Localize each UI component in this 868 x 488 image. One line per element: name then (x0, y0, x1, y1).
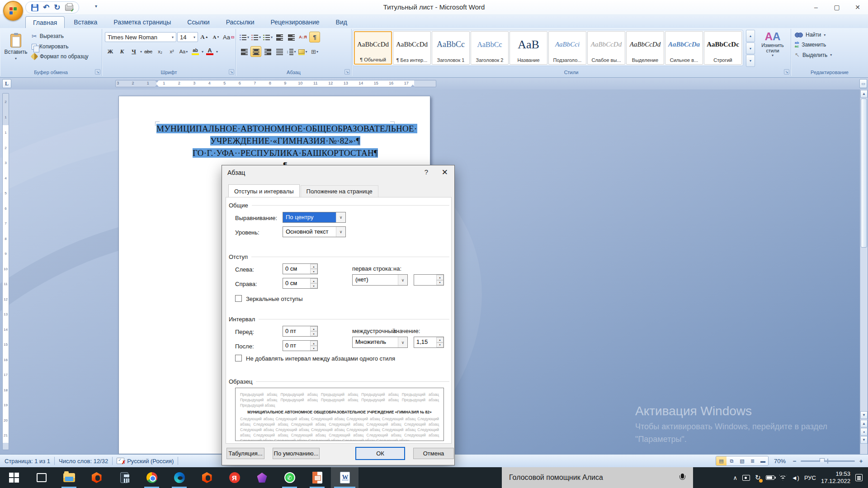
cast-icon[interactable] (742, 475, 750, 481)
increase-indent-button[interactable] (286, 32, 297, 42)
horizontal-ruler[interactable]: 321 1234567891011121314151617 (115, 80, 436, 87)
style-strong[interactable]: AaBbCcDc Строгий (704, 31, 742, 65)
document-text[interactable]: МУНИЦИПАЛЬНОЕ·АВТОНОМНОЕ·ОБЩЕОБРАЗОВАТЕЛ… (156, 122, 414, 171)
select-button[interactable]: ↖Выделить▾ (795, 52, 832, 58)
keyboard-language[interactable]: РУС (804, 474, 816, 481)
spacing-before-spinner[interactable]: 0 пт ▲▼ (283, 326, 318, 337)
spin-down-icon[interactable]: ▼ (436, 280, 443, 286)
ribbon-tab[interactable]: Вставка (66, 16, 104, 28)
print-layout-view-button[interactable]: ▤ (716, 456, 726, 465)
ribbon-tab[interactable]: Рецензирование (264, 16, 327, 28)
selected-text-line1[interactable]: МУНИЦИПАЛЬНОЕ·АВТОНОМНОЕ·ОБЩЕОБРАЗОВАТЕЛ… (156, 124, 417, 133)
spin-up-icon[interactable]: ▲ (436, 275, 443, 280)
style-title[interactable]: AaB Название (509, 31, 547, 65)
at-spinner[interactable]: 1,15 ▲▼ (414, 337, 444, 348)
default-button[interactable]: По умолчанию... (273, 448, 320, 459)
wifi-icon[interactable] (779, 475, 787, 480)
ruler-toggle-button[interactable]: ▭ (859, 79, 867, 88)
powerpoint-icon[interactable] (303, 467, 331, 488)
dialog-tab[interactable]: Отступы и интервалы (228, 184, 300, 197)
hanging-indent-marker[interactable] (155, 84, 159, 87)
font-name-combo[interactable]: Times New Roman▾ (105, 32, 176, 42)
outline-level-combo[interactable]: Основной текст∨ (283, 226, 346, 237)
edge-icon[interactable] (165, 467, 193, 488)
underline-dropdown-icon[interactable]: ▾ (140, 50, 142, 54)
spin-down-icon[interactable]: ▼ (310, 269, 317, 274)
line-spacing-button[interactable]: ↕▾ (286, 46, 297, 57)
style-normal[interactable]: AaBbCcDd ¶ Обычный (354, 31, 392, 65)
ribbon-tab[interactable]: Разметка страницы (106, 16, 178, 28)
line-spacing-combo-arrow-icon[interactable]: ∨ (398, 337, 407, 347)
alignment-combo-arrow-icon[interactable]: ∨ (336, 212, 345, 222)
align-left-button[interactable] (239, 46, 250, 57)
numbering-button[interactable]: ▾ (250, 32, 261, 42)
ribbon-tab[interactable]: Ссылки (180, 16, 217, 28)
office-icon[interactable] (83, 467, 110, 488)
tabs-button[interactable]: Табуляция... (226, 448, 264, 459)
show-marks-button[interactable]: ¶ (309, 32, 320, 42)
paste-dropdown-icon[interactable]: ▾ (15, 56, 17, 61)
format-painter-button[interactable]: Формат по образцу (32, 53, 89, 60)
full-screen-reading-view-button[interactable]: ⧉ (726, 456, 737, 465)
calculator-icon[interactable] (110, 467, 138, 488)
spin-down-icon[interactable]: ▼ (310, 331, 317, 336)
highlight-dropdown-icon[interactable]: ▾ (202, 50, 203, 54)
font-color-dropdown-icon[interactable]: ▾ (216, 50, 218, 54)
ribbon-tab[interactable]: Вид (329, 16, 354, 28)
copy-button[interactable]: Копировать (32, 43, 89, 50)
spin-down-icon[interactable]: ▼ (310, 346, 317, 351)
alignment-combo[interactable]: По центру∨ (283, 212, 346, 223)
by-spinner[interactable]: ▲▼ (414, 274, 444, 286)
yandex-music-icon[interactable] (248, 467, 276, 488)
maximize-button[interactable]: ▢ (826, 0, 847, 14)
change-styles-button[interactable]: AA Изменить стили ▾ (758, 31, 788, 67)
tab-stop-selector[interactable]: L (2, 79, 11, 88)
close-button[interactable]: ✕ (847, 0, 868, 14)
office-icon-2[interactable] (193, 467, 221, 488)
clock[interactable]: 19:53 17.12.2022 (821, 470, 850, 485)
mirror-indents-checkbox[interactable] (235, 295, 242, 302)
microphone-icon[interactable] (679, 474, 685, 482)
zoom-slider-track[interactable] (801, 460, 855, 462)
sync-icon[interactable]: ↻ (755, 474, 761, 482)
yandex-browser-icon[interactable]: Я (221, 467, 248, 488)
spin-down-icon[interactable]: ▼ (436, 343, 443, 348)
alice-search-box[interactable]: Голосовой помощник Алиса (502, 467, 693, 488)
selected-text-line3[interactable]: ГО·Г.·УФА··РЕСПУБЛИКА·БАШКОРТОСТАН¶ (193, 148, 378, 158)
paste-button[interactable]: Вставить ▾ (3, 31, 29, 68)
multilevel-list-button[interactable]: ▾ (262, 32, 273, 42)
find-button[interactable]: Найти▾ (795, 32, 832, 38)
first-line-indent-marker[interactable] (155, 80, 159, 83)
draft-view-button[interactable]: ▬ (758, 456, 768, 465)
dialog-close-button[interactable]: ✕ (442, 168, 448, 177)
vertical-ruler[interactable]: 21 123456789101112131415161718192021 (2, 93, 9, 450)
action-center-icon[interactable] (855, 474, 863, 481)
word-count[interactable]: Число слов: 12/32 (59, 458, 108, 465)
language-indicator[interactable]: Русский (Россия) (127, 458, 174, 465)
shrink-font-button[interactable]: А▼ (211, 32, 222, 42)
style-emphasis[interactable]: AaBbCcDd Выделение (626, 31, 664, 65)
tray-expand-icon[interactable]: ∧ (733, 474, 738, 481)
styles-scroll-down-icon[interactable]: ▼ (746, 42, 755, 55)
italic-button[interactable]: К (117, 46, 127, 57)
styles-more-icon[interactable]: ▼ (746, 55, 755, 67)
spin-up-icon[interactable]: ▲ (310, 326, 317, 331)
right-indent-marker[interactable] (410, 84, 415, 87)
ribbon-tab[interactable]: Рассылки (219, 16, 262, 28)
styles-dialog-launcher[interactable]: ↘ (784, 69, 789, 75)
no-space-same-style-checkbox[interactable] (235, 355, 242, 361)
proofing-errors-icon[interactable] (117, 458, 124, 464)
font-color-button[interactable]: А (204, 46, 215, 57)
level-combo-arrow-icon[interactable]: ∨ (336, 227, 345, 237)
indent-left-spinner[interactable]: 0 см ▲▼ (283, 263, 318, 274)
minimize-button[interactable]: – (806, 0, 826, 14)
first-line-combo[interactable]: (нет)∨ (352, 274, 408, 286)
shading-button[interactable]: ▾ (297, 46, 308, 57)
font-dialog-launcher[interactable]: ↘ (229, 69, 234, 75)
subscript-button[interactable]: x₂ (155, 46, 165, 57)
zoom-in-icon[interactable]: + (858, 458, 864, 465)
explorer-icon[interactable] (55, 467, 83, 488)
scrollbar-thumb[interactable] (861, 99, 867, 248)
cancel-button[interactable]: Отмена (413, 448, 454, 459)
zoom-level[interactable]: 70% (770, 458, 789, 465)
